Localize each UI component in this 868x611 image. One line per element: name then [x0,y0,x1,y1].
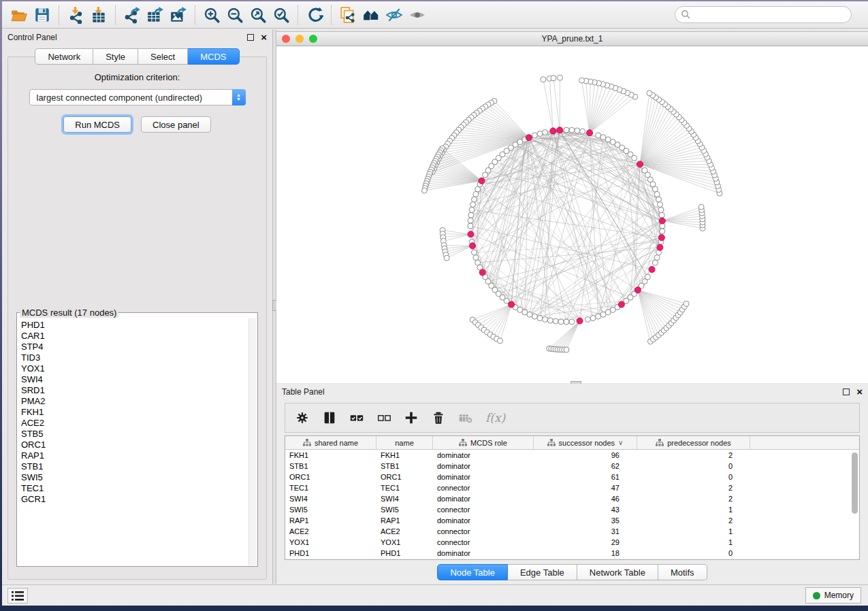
optimization-criterion-value: largest connected component (undirected) [37,93,203,103]
mcds-result-item[interactable]: CAR1 [21,331,257,342]
mcds-result-item[interactable]: GCR1 [21,494,257,505]
hide-columns-button[interactable] [376,410,391,425]
network-canvas[interactable] [276,46,868,382]
tab-style[interactable]: Style [93,48,138,65]
mcds-result-item[interactable]: YOX1 [21,363,257,374]
delete-column-button[interactable] [431,410,446,425]
control-panel-tabs: NetworkStyleSelectMCDS [2,48,272,65]
tab-network[interactable]: Network [35,48,93,65]
network-view-window: YPA_prune.txt_1 [276,31,868,383]
zoom-selected-button[interactable] [270,4,293,26]
export-network-button[interactable] [120,4,144,26]
column-header-successor-nodes[interactable]: successor nodes∨ [534,436,637,449]
mcds-result-title: MCDS result (17 nodes) [20,308,118,318]
mcds-result-item[interactable]: SWI4 [21,374,257,385]
optimization-criterion-select[interactable]: largest connected component (undirected)… [29,89,246,105]
cell-name: RAP1 [376,515,433,526]
split-columns-button[interactable] [322,410,337,425]
mcds-result-item[interactable]: PHD1 [21,320,257,331]
network-graph[interactable] [276,46,868,382]
table-row[interactable]: FKH1FKH1dominator962 [285,450,859,461]
import-network-button[interactable] [64,4,87,26]
cell-successor_nodes: 46 [534,493,637,504]
zoom-in-button[interactable] [200,4,223,26]
refresh-layout-button[interactable] [303,4,326,26]
float-panel-icon[interactable] [247,34,254,41]
mcds-result-item[interactable]: STB1 [21,461,257,472]
tab-edge-table[interactable]: Edge Table [508,564,577,580]
mcds-result-item[interactable]: TEC1 [21,483,257,494]
mcds-result-item[interactable]: RAP1 [21,450,257,461]
show-columns-button[interactable] [349,410,364,425]
application-window: Control Panel × NetworkStyleSelectMCDS O… [2,1,868,606]
column-header-name[interactable]: name [376,436,433,449]
zoom-out-button[interactable] [223,4,246,26]
hide-selected-button[interactable] [383,4,406,26]
column-header-shared-name[interactable]: shared name [285,436,376,449]
node-table[interactable]: shared namenameMCDS rolesuccessor nodes∨… [285,435,860,560]
open-file-button[interactable] [7,4,31,26]
memory-button[interactable]: Memory [805,587,861,604]
mcds-result-list[interactable]: PHD1CAR1STP4TID3YOX1SWI4SRD1PMA2FKH1ACE2… [17,318,257,566]
tab-select[interactable]: Select [138,48,188,65]
network-from-selection-button[interactable] [336,4,359,26]
cell-shared_name: STB1 [285,461,376,472]
column-header-MCDS-role[interactable]: MCDS role [433,436,534,449]
mcds-result-item[interactable]: PMA2 [21,396,257,407]
list-icon [12,591,24,601]
column-header-predecessor-nodes[interactable]: predecessor nodes [637,436,750,449]
zoom-fit-button[interactable] [246,4,270,26]
close-panel-icon[interactable]: × [856,389,863,395]
mcds-result-item[interactable]: STB5 [21,429,257,440]
split-columns-icon [322,410,337,425]
toolbar-separator [331,5,332,24]
control-panel-title: Control Panel [7,33,247,42]
tab-network-table[interactable]: Network Table [577,564,658,580]
tab-mcds[interactable]: MCDS [188,48,239,65]
export-image-button[interactable] [167,4,190,26]
add-column-button[interactable] [404,410,419,425]
table-row[interactable]: YOX1YOX1connector291 [285,537,859,548]
close-panel-button[interactable]: Close panel [141,116,211,133]
import-network-icon [67,6,84,24]
mcds-result-item[interactable]: ORC1 [21,440,257,450]
export-table-button[interactable] [144,4,167,26]
run-mcds-button[interactable]: Run MCDS [63,116,131,133]
mcds-result-item[interactable]: TID3 [21,352,257,363]
table-row[interactable]: ORC1ORC1dominator610 [285,472,859,482]
network-view-titlebar[interactable]: YPA_prune.txt_1 [276,32,868,46]
table-row[interactable]: SWI5SWI5connector431 [285,504,859,515]
table-scrollbar[interactable] [852,452,858,514]
mcds-result-item[interactable]: STP4 [21,342,257,352]
table-row[interactable]: SWI4SWI4dominator462 [285,493,859,504]
search-input[interactable] [675,6,852,23]
toolbar-separator [298,5,298,24]
table-row[interactable]: PHD1PHD1dominator180 [285,548,859,559]
cell-name: YOX1 [376,537,433,548]
table-row[interactable]: ACE2ACE2connector311 [285,526,859,537]
mcds-result-item[interactable]: FKH1 [21,407,257,418]
cell-mcds_role: dominator [433,493,534,504]
tab-motifs[interactable]: Motifs [658,564,707,580]
cell-shared_name: SWI4 [285,493,376,504]
gear-button[interactable] [295,410,310,425]
mcds-list-scrollbar[interactable] [248,318,257,565]
task-history-button[interactable] [7,588,28,604]
table-row[interactable]: RAP1RAP1dominator352 [285,515,859,526]
cell-successor_nodes: 18 [534,548,637,559]
cell-successor_nodes: 35 [534,515,637,526]
tab-node-table[interactable]: Node Table [437,564,508,580]
float-panel-icon[interactable] [843,389,850,395]
table-row[interactable]: TEC1TEC1connector472 [285,482,859,493]
mcds-result-item[interactable]: SWI5 [21,472,257,483]
close-panel-icon[interactable]: × [261,34,267,41]
show-all-button[interactable] [406,4,429,26]
mcds-result-item[interactable]: ACE2 [21,418,257,429]
first-neighbors-icon [362,6,380,24]
first-neighbors-button[interactable] [359,4,383,26]
table-row[interactable]: STB1STB1dominator620 [285,461,859,472]
save-button[interactable] [31,4,54,26]
mcds-result-item[interactable]: SRD1 [21,385,257,396]
import-table-button[interactable] [87,4,110,26]
cell-name: SWI4 [376,493,433,504]
